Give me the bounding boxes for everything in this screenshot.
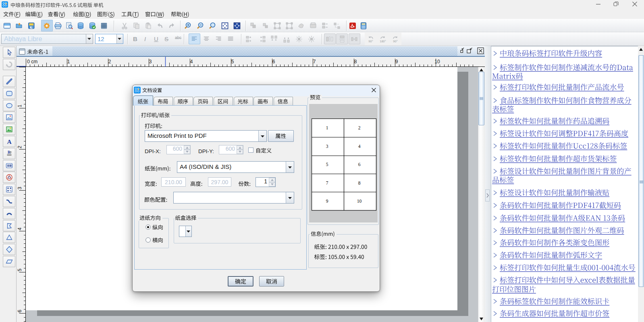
svg-text:10: 10 [357, 199, 361, 204]
svg-text:10: 10 [434, 59, 440, 64]
svg-text:9: 9 [395, 59, 398, 64]
svg-text:1: 1 [326, 125, 328, 130]
svg-text:90°: 90° [368, 39, 373, 43]
svg-text:3: 3 [17, 187, 23, 189]
svg-text:5: 5 [231, 59, 234, 64]
svg-text:7: 7 [326, 180, 328, 185]
svg-text:6: 6 [17, 310, 23, 312]
svg-text:90°: 90° [393, 39, 397, 43]
svg-text:3: 3 [149, 59, 152, 64]
svg-text:2: 2 [108, 59, 111, 64]
svg-text:0 cm: 0 cm [27, 59, 37, 64]
svg-text:5: 5 [326, 162, 328, 167]
svg-text:4: 4 [358, 143, 360, 148]
svg-text:A: A [7, 138, 12, 145]
svg-text:2: 2 [17, 145, 23, 148]
svg-text:2: 2 [358, 125, 360, 130]
svg-text:3: 3 [326, 143, 328, 148]
svg-text:9: 9 [326, 199, 328, 204]
svg-text:180°: 180° [380, 39, 386, 43]
svg-text:6: 6 [358, 162, 360, 167]
svg-text:8: 8 [354, 59, 357, 64]
svg-text:8: 8 [358, 180, 360, 185]
svg-text:4: 4 [17, 227, 23, 230]
svg-text:7: 7 [313, 59, 316, 64]
svg-text:R: R [8, 150, 10, 154]
svg-text:1: 1 [17, 104, 23, 107]
svg-text:6: 6 [272, 59, 275, 64]
svg-text:5: 5 [17, 268, 23, 271]
svg-text:1: 1 [67, 59, 70, 64]
svg-text:4: 4 [190, 59, 193, 64]
